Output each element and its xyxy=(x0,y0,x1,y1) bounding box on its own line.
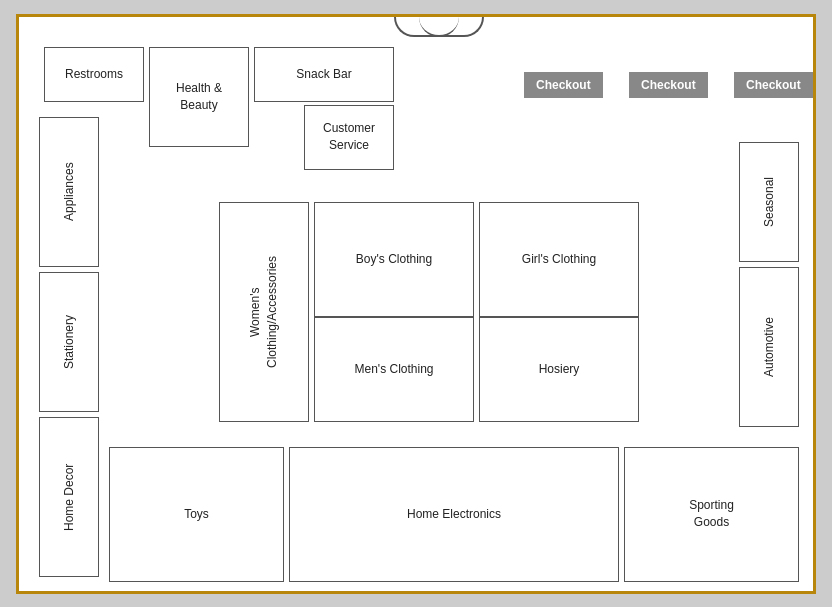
boys-clothing-section: Boy's Clothing xyxy=(314,202,474,317)
womens-clothing-section: Women'sClothing/Accessories xyxy=(219,202,309,422)
sporting-goods-label: SportingGoods xyxy=(689,497,734,531)
checkout-button-2[interactable]: Checkout xyxy=(629,72,708,98)
boys-clothing-label: Boy's Clothing xyxy=(356,251,432,268)
customer-service-label: CustomerService xyxy=(323,120,375,154)
home-decor-label: Home Decor xyxy=(61,463,78,530)
toys-label: Toys xyxy=(184,506,209,523)
restrooms-label: Restrooms xyxy=(65,66,123,83)
customer-service-section: CustomerService xyxy=(304,105,394,170)
appliances-label: Appliances xyxy=(61,162,78,221)
seasonal-label: Seasonal xyxy=(761,176,778,226)
checkout-button-1[interactable]: Checkout xyxy=(524,72,603,98)
checkout-button-3[interactable]: Checkout xyxy=(734,72,813,98)
sporting-goods-section: SportingGoods xyxy=(624,447,799,582)
appliances-section: Appliances xyxy=(39,117,99,267)
seasonal-section: Seasonal xyxy=(739,142,799,262)
stationery-section: Stationery xyxy=(39,272,99,412)
hosiery-label: Hosiery xyxy=(539,361,580,378)
home-decor-section: Home Decor xyxy=(39,417,99,577)
health-beauty-section: Health &Beauty xyxy=(149,47,249,147)
automotive-label: Automotive xyxy=(761,316,778,376)
toys-section: Toys xyxy=(109,447,284,582)
mens-clothing-section: Men's Clothing xyxy=(314,317,474,422)
hosiery-section: Hosiery xyxy=(479,317,639,422)
health-beauty-label: Health &Beauty xyxy=(176,80,222,114)
home-electronics-label: Home Electronics xyxy=(407,506,501,523)
womens-clothing-label: Women'sClothing/Accessories xyxy=(247,255,281,367)
automotive-section: Automotive xyxy=(739,267,799,427)
mens-clothing-label: Men's Clothing xyxy=(355,361,434,378)
home-electronics-section: Home Electronics xyxy=(289,447,619,582)
store-map: Restrooms Health &Beauty Snack Bar Custo… xyxy=(16,14,816,594)
snack-bar-label: Snack Bar xyxy=(296,66,351,83)
restrooms-section: Restrooms xyxy=(44,47,144,102)
snack-bar-section: Snack Bar xyxy=(254,47,394,102)
girls-clothing-label: Girl's Clothing xyxy=(522,251,596,268)
girls-clothing-section: Girl's Clothing xyxy=(479,202,639,317)
stationery-label: Stationery xyxy=(61,314,78,368)
